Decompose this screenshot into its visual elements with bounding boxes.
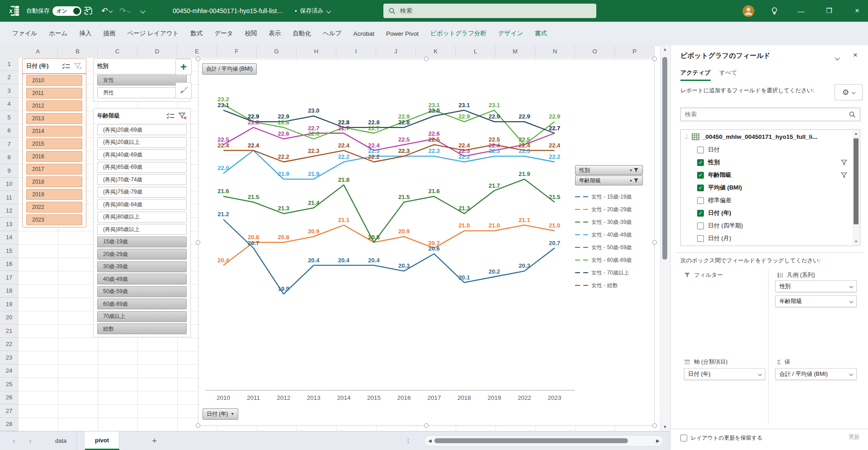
restore-button[interactable]: ❐ xyxy=(820,0,838,22)
row-header-13[interactable]: 13 xyxy=(0,218,18,231)
excel-app-icon[interactable]: X xyxy=(7,0,20,22)
row-header-4[interactable]: 4 xyxy=(0,98,18,111)
save-icon[interactable] xyxy=(83,0,93,22)
field-list-scrollbar[interactable]: ▲ ▼ xyxy=(853,130,859,245)
field-list[interactable]: ⏌ _00450_mhlw_00450171_hyo15_full_li... … xyxy=(680,129,860,246)
column-header-P[interactable]: P xyxy=(615,45,655,57)
zone-chip-性別[interactable]: 性別 xyxy=(775,280,857,292)
ribbon-tab-校閲[interactable]: 校閲 xyxy=(239,22,263,45)
row-header-21[interactable]: 21 xyxy=(0,324,18,338)
horizontal-scroll-thumb[interactable] xyxy=(434,438,628,443)
quick-access-menu-icon[interactable] xyxy=(141,0,145,22)
scroll-left-icon[interactable]: ◀ xyxy=(428,438,432,443)
chart-styles-button[interactable] xyxy=(175,82,192,99)
checkbox-icon[interactable] xyxy=(697,147,704,153)
search-box[interactable]: 検索 xyxy=(383,4,596,18)
row-header-20[interactable]: 20 xyxy=(0,311,18,325)
column-header-L[interactable]: L xyxy=(456,45,495,57)
legend-item-女性 - 60歳-69歳[interactable]: 女性 - 60歳-69歳 xyxy=(575,254,646,266)
slicer-item-2011[interactable]: 2011 xyxy=(26,88,82,99)
chart-handle-top-center[interactable] xyxy=(424,57,429,61)
row-header-16[interactable]: 16 xyxy=(0,258,18,271)
row-header-8[interactable]: 8 xyxy=(0,151,18,165)
slicer-item-15歳-19歳[interactable]: 15歳-19歳 xyxy=(97,237,187,247)
axis-zone[interactable]: 日付 (年) xyxy=(684,368,765,383)
column-header-J[interactable]: J xyxy=(376,45,416,57)
slicer-item-40歳-49歳[interactable]: 40歳-49歳 xyxy=(97,274,187,284)
slicer-item-20歳-29歳[interactable]: 20歳-29歳 xyxy=(97,249,187,260)
chart-elements-button[interactable]: + xyxy=(175,59,192,75)
checkbox-icon[interactable] xyxy=(697,235,704,242)
scroll-down-icon[interactable]: ▼ xyxy=(660,425,670,429)
slicer-item-2022[interactable]: 2022 xyxy=(26,202,82,213)
legend-item-女性 - 30歳-39歳[interactable]: 女性 - 30歳-39歳 xyxy=(575,216,646,228)
column-header-M[interactable]: M xyxy=(495,45,535,57)
field-row-日付 (四半期)[interactable]: 日付 (四半期) xyxy=(681,219,860,232)
scroll-right-icon[interactable]: ▶ xyxy=(656,438,660,443)
column-header-H[interactable]: H xyxy=(297,45,336,57)
row-header-6[interactable]: 6 xyxy=(0,124,18,138)
slicer-item-30歳-39歳[interactable]: 30歳-39歳 xyxy=(97,261,187,272)
sheet-tab-pivot[interactable]: pivot xyxy=(85,431,119,450)
column-header-A[interactable]: A xyxy=(18,45,58,57)
table-node[interactable]: ⏌ _00450_mhlw_00450171_hyo15_full_li... xyxy=(681,130,860,143)
row-header-1[interactable]: 1 xyxy=(0,57,18,71)
row-header-18[interactable]: 18 xyxy=(0,284,18,298)
slicer-item-(再掲)20歳-69歳[interactable]: (再掲)20歳-69歳 xyxy=(97,124,187,135)
row-header-17[interactable]: 17 xyxy=(0,271,18,284)
field-row-平均値 (BMI)[interactable]: ✓平均値 (BMI) xyxy=(681,181,860,194)
slicer-item-女性[interactable]: 女性 xyxy=(97,75,187,85)
checkbox-icon[interactable]: ✓ xyxy=(697,185,704,191)
ribbon-tab-書式[interactable]: 書式 xyxy=(529,22,553,45)
add-sheet-button[interactable]: + xyxy=(152,431,157,450)
row-header-3[interactable]: 3 xyxy=(0,84,18,98)
ribbon-tab-ホーム[interactable]: ホーム xyxy=(43,22,73,45)
legend-field-button-年齢階級[interactable]: 年齢階級▼ xyxy=(575,175,643,185)
slicer-item-男性[interactable]: 男性 xyxy=(97,87,187,98)
row-header-5[interactable]: 5 xyxy=(0,111,18,124)
column-header-C[interactable]: C xyxy=(98,45,137,57)
row-header-26[interactable]: 26 xyxy=(0,391,18,405)
slicer-item-70歳以上[interactable]: 70歳以上 xyxy=(97,311,187,322)
slicer-item-2014[interactable]: 2014 xyxy=(26,126,82,137)
pane-close-icon[interactable]: × xyxy=(853,51,858,60)
select-all-corner[interactable] xyxy=(0,45,19,58)
tab-all-fields[interactable]: すべて xyxy=(719,69,737,77)
legend-item-女性 - 総数[interactable]: 女性 - 総数 xyxy=(575,279,646,292)
defer-layout-checkbox[interactable]: レイアウトの更新を保留する xyxy=(680,434,763,442)
checkbox-icon[interactable] xyxy=(697,197,704,204)
slicer-item-60歳-69歳[interactable]: 60歳-69歳 xyxy=(97,298,187,309)
column-header-N[interactable]: N xyxy=(535,45,575,57)
slicer-item-(再掲)80歳以上[interactable]: (再掲)80歳以上 xyxy=(97,212,187,223)
axis-field-button[interactable]: 日付 (年) ▼ xyxy=(203,408,238,420)
row-header-10[interactable]: 10 xyxy=(0,178,18,191)
pane-collapse-icon[interactable] xyxy=(835,53,839,62)
column-header-G[interactable]: G xyxy=(257,45,297,57)
row-header-19[interactable]: 19 xyxy=(0,298,18,311)
close-button[interactable]: × xyxy=(848,0,866,22)
legend-field-button-性別[interactable]: 性別▼ xyxy=(575,165,643,175)
minimize-button[interactable]: — xyxy=(792,0,810,22)
field-row-年齢階級[interactable]: ✓年齢階級 xyxy=(681,169,860,181)
slicer-item-2017[interactable]: 2017 xyxy=(26,164,82,175)
clear-filter-active-icon[interactable] xyxy=(179,113,187,119)
tab-options-icon[interactable]: ⋮ xyxy=(405,431,411,450)
scroll-down-icon[interactable]: ▼ xyxy=(853,240,859,244)
slicer-item-(再掲)75歳-79歳[interactable]: (再掲)75歳-79歳 xyxy=(97,187,187,198)
autosave-toggle[interactable]: オン xyxy=(52,0,81,22)
multi-select-icon[interactable] xyxy=(166,113,175,119)
row-header-15[interactable]: 15 xyxy=(0,244,18,258)
chart-handle-bottom-center[interactable] xyxy=(424,423,429,428)
slicer-item-総数[interactable]: 総数 xyxy=(97,323,187,334)
values-field-button[interactable]: 合計 / 平均値 (BMI) xyxy=(202,63,257,75)
ribbon-tab-自動化[interactable]: 自動化 xyxy=(287,22,317,45)
checkbox-icon[interactable]: ✓ xyxy=(697,210,704,217)
ribbon-tab-Power Pivot[interactable]: Power Pivot xyxy=(380,22,425,45)
field-row-標準偏差[interactable]: 標準偏差 xyxy=(681,194,860,207)
zone-chip-日付 (年)[interactable]: 日付 (年) xyxy=(684,368,765,380)
clear-filter-icon[interactable] xyxy=(74,63,82,70)
slicer-item-(再掲)65歳-69歳[interactable]: (再掲)65歳-69歳 xyxy=(97,162,187,173)
row-header-7[interactable]: 7 xyxy=(0,137,18,151)
row-header-22[interactable]: 22 xyxy=(0,338,18,351)
ribbon-tab-表示[interactable]: 表示 xyxy=(263,22,287,45)
